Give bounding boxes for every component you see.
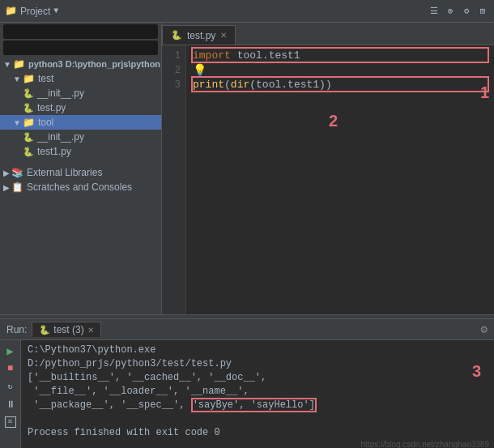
code-area: 🐍 test.py ✕ 1 2 3 import tool.test1 💡	[162, 23, 494, 314]
paren-close-1: )	[326, 78, 332, 92]
toolbar-icon-1[interactable]: ☰	[428, 5, 441, 18]
folder-icon-tool: 📁	[23, 117, 35, 128]
folder-arrow-icon: ▼	[3, 60, 11, 69]
code-editor: 1 2 3 import tool.test1 💡 print(dir(tool…	[162, 45, 494, 314]
folder-icon-python3: 📁	[13, 58, 25, 70]
run-label: Run:	[6, 324, 27, 335]
toolbar-icon-2[interactable]: ⊕	[444, 5, 457, 18]
output-line-1: C:\Python37\python.exe	[28, 343, 488, 357]
highlighted-output: 'sayBye', 'sayHello']	[191, 398, 317, 412]
code-content[interactable]: import tool.test1 💡 print(dir(tool.test1…	[186, 45, 494, 314]
run-panel: Run: 🐍 test (3) ✕ ⚙ ▶ ■ ↻ ⏸ ≡ C:\Python3…	[0, 319, 494, 448]
line-numbers: 1 2 3	[162, 45, 186, 314]
sidebar-item-label-init: __init__.py	[37, 87, 84, 99]
sidebar-item-test[interactable]: ▼ 📁 test	[0, 71, 161, 86]
line-num-2: 2	[162, 63, 181, 78]
py-icon-test1: 🐍	[23, 147, 34, 157]
paren-open-2: (	[249, 78, 256, 92]
arg-tool: tool	[256, 78, 281, 92]
small-box-icon: ≡	[5, 416, 16, 428]
main-layout: ▼ 📁 python3 D:\python_prjs\python ▼ 📁 te…	[0, 23, 494, 314]
annotation-num-3: 3	[472, 365, 481, 378]
lib-icon: 📚	[11, 167, 23, 178]
run-pause-button[interactable]: ⏸	[3, 397, 18, 412]
annotation-num-2: 2	[329, 112, 338, 130]
sidebar-item-label-test: test	[38, 73, 53, 84]
sidebar-item-label-tool-init: __init__.py	[37, 131, 84, 143]
toolbar-icon-3[interactable]: ⚙	[460, 5, 473, 18]
watermark: https://blog.csdn.net/zhanghao3389	[361, 437, 489, 448]
tab-label: test.py	[187, 30, 215, 41]
sidebar-blurred-2	[3, 41, 158, 55]
tab-testpy[interactable]: 🐍 test.py ✕	[162, 25, 236, 45]
tab-bar: 🐍 test.py ✕	[162, 23, 494, 45]
run-output: C:\Python37\python.exe D:/python_prjs/py…	[21, 340, 494, 448]
bulb-icon: 💡	[193, 63, 207, 78]
sidebar-blurred-1	[3, 24, 158, 39]
run-content: ▶ ■ ↻ ⏸ ≡ C:\Python37\python.exe D:/pyth…	[0, 340, 494, 448]
run-controls: ▶ ■ ↻ ⏸ ≡	[0, 340, 21, 448]
annotation-num-1: 1	[480, 83, 489, 102]
py-icon-test: 🐍	[23, 103, 34, 113]
code-line-1: import tool.test1	[193, 49, 488, 63]
line-num-3: 3	[162, 78, 181, 92]
sidebar-item-tool[interactable]: ▼ 📁 tool	[0, 115, 161, 130]
finished-text: finished	[75, 427, 121, 438]
code-line-3: print(dir(tool.test1))	[193, 78, 488, 92]
sidebar-item-test-py[interactable]: 🐍 test.py	[0, 100, 161, 115]
fn-dir: dir	[231, 78, 249, 92]
module-tool: tool	[237, 49, 262, 63]
tab-py-icon: 🐍	[171, 30, 182, 41]
folder-icon-test: 📁	[23, 73, 35, 84]
arrow-ext-icon: ▶	[3, 169, 10, 177]
run-stop-button[interactable]: ■	[3, 361, 18, 376]
sidebar-item-python3[interactable]: ▼ 📁 python3 D:\python_prjs\python	[0, 57, 161, 71]
dot-1: .	[262, 49, 269, 63]
sidebar-item-init-py[interactable]: 🐍 __init__.py	[0, 86, 161, 100]
output-line-2: D:/python_prjs/python3/test/test.py	[28, 357, 488, 371]
scratch-icon: 📋	[11, 181, 23, 193]
run-tab-py-icon: 🐍	[39, 325, 50, 335]
sidebar-item-label-tool: tool	[38, 117, 53, 128]
project-arrow-icon[interactable]: ▼	[53, 6, 58, 15]
run-settings-icon[interactable]: ⚙	[481, 322, 488, 336]
sidebar-item-scratches[interactable]: ▶ 📋 Scratches and Consoles	[0, 180, 161, 194]
sidebar-item-external-libs[interactable]: ▶ 📚 External Libraries	[0, 165, 161, 180]
toolbar-icon-4[interactable]: ⊞	[476, 5, 489, 18]
sidebar-item-label-python3: python3 D:\python_prjs\python	[28, 59, 160, 69]
output-line-3: ['__builtins__', '__cached__', '__doc__'…	[28, 371, 488, 385]
folder-arrow-test-icon: ▼	[13, 75, 21, 83]
sidebar: ▼ 📁 python3 D:\python_prjs\python ▼ 📁 te…	[0, 23, 162, 314]
sidebar-item-test1-py[interactable]: 🐍 test1.py	[0, 144, 161, 159]
dot-2: .	[281, 78, 287, 92]
run-play-button[interactable]: ▶	[3, 343, 18, 358]
run-tab-close-button[interactable]: ✕	[87, 326, 94, 335]
output-line-4: '__file__', '__loader__', '__name__',	[28, 385, 488, 399]
top-toolbar: 📁 Project ▼ ☰ ⊕ ⚙ ⊞	[0, 0, 494, 23]
run-rerun-button[interactable]: ↻	[3, 379, 18, 394]
paren-close-2: )	[319, 78, 326, 92]
paren-open: (	[224, 78, 231, 92]
fn-print: print	[193, 78, 224, 92]
output-line-6	[28, 412, 488, 426]
project-label: Project	[20, 6, 50, 17]
code-line-2: 💡	[193, 63, 488, 78]
project-folder-icon: 📁	[5, 5, 17, 17]
sidebar-item-label-scratches: Scratches and Consoles	[27, 181, 132, 193]
run-tab-label: test (3)	[53, 324, 83, 335]
output-line-5: '__package__', '__spec__', 'sayBye', 'sa…	[28, 399, 488, 412]
arg-test1: test1	[287, 78, 319, 92]
keyword-import: import	[193, 49, 231, 63]
module-test1: test1	[269, 49, 300, 63]
sidebar-item-label-test1: test1.py	[37, 146, 71, 157]
sidebar-item-label-testpy: test.py	[37, 102, 66, 113]
run-tab[interactable]: 🐍 test (3) ✕	[32, 322, 100, 337]
folder-arrow-tool-icon: ▼	[13, 118, 21, 127]
py-icon-tool-init: 🐍	[23, 132, 34, 143]
run-small-box-button[interactable]: ≡	[3, 415, 18, 429]
sidebar-item-tool-init-py[interactable]: 🐍 __init__.py	[0, 130, 161, 144]
py-icon-init: 🐍	[23, 88, 34, 99]
run-header: Run: 🐍 test (3) ✕ ⚙	[0, 319, 494, 340]
arrow-scratch-icon: ▶	[3, 183, 10, 192]
tab-close-button[interactable]: ✕	[220, 31, 227, 40]
